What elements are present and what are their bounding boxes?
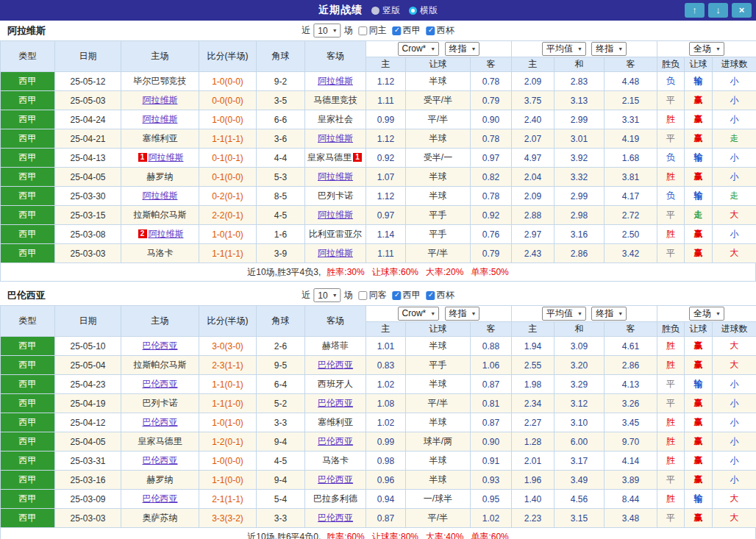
euro-home-odds-cell: 2.01 (512, 451, 554, 471)
away-team-cell: 皇家社会 (305, 110, 366, 129)
date-cell: 25-04-05 (55, 168, 121, 187)
focus-team-link[interactable]: 巴伦西亚 (318, 436, 353, 446)
outcome-cell: 负 (657, 187, 685, 206)
filter-bar: 近 10▼ 场 同客 西甲 西杯 (302, 288, 454, 302)
team-section-1: 阿拉维斯 近 10▼ 场 同主 西甲 西杯 类型 日期 主场 (0, 21, 756, 282)
focus-team-link[interactable]: 巴伦西亚 (143, 455, 178, 465)
col-euro-away: 客 (605, 57, 657, 72)
focus-team-link[interactable]: 阿拉维斯 (143, 190, 178, 201)
euro-draw-odds-cell: 2.86 (554, 244, 605, 263)
cup-checkbox[interactable]: 西杯 (427, 24, 454, 37)
focus-team-link[interactable]: 阿拉维斯 (149, 152, 184, 163)
home-team-cell: 赫罗纳 (121, 168, 199, 187)
asian-home-odds-cell: 1.07 (366, 168, 406, 187)
asian-home-odds-cell: 1.11 (366, 91, 406, 110)
score-cell: 2-3(1-1) (199, 356, 257, 375)
bookmaker-select[interactable]: Crow*▼ (398, 307, 440, 321)
same-venue-checkbox[interactable]: 同客 (359, 289, 387, 301)
euro-draw-odds-cell: 3.10 (554, 413, 605, 432)
vertical-layout-radio[interactable]: 竖版 (371, 4, 400, 17)
league-cell: 西甲 (1, 225, 55, 244)
match-row: 西甲 25-03-03 马洛卡 1-1(1-1) 3-9 阿拉维斯 1.11 平… (1, 244, 756, 263)
scope-select[interactable]: 全场▼ (689, 42, 724, 56)
handicap-result-cell: 赢 (685, 168, 713, 187)
team-name: 马洛卡 (322, 455, 349, 465)
focus-team-link[interactable]: 阿拉维斯 (143, 95, 178, 105)
asian-handicap-cell: 半球 (406, 451, 471, 471)
bookmaker-select[interactable]: Crow*▼ (398, 42, 440, 56)
focus-team-link[interactable]: 阿拉维斯 (149, 229, 184, 239)
euro-home-odds-cell: 2.88 (512, 206, 554, 225)
move-down-button[interactable]: ↓ (708, 3, 728, 18)
col-euro-draw: 和 (554, 322, 605, 337)
focus-team-link[interactable]: 巴伦西亚 (318, 474, 353, 485)
move-up-button[interactable]: ↑ (685, 3, 705, 18)
euro-avg-select[interactable]: 平均值▼ (542, 307, 586, 321)
euro-draw-odds-cell: 2.83 (554, 72, 605, 91)
goal-result-cell: 小 (713, 110, 756, 129)
cup-checkbox[interactable]: 西杯 (427, 289, 454, 301)
table-body: 西甲 25-05-12 毕尔巴鄂竞技 1-0(0-0) 9-2 阿拉维斯 1.1… (1, 72, 756, 263)
scope-select[interactable]: 全场▼ (689, 307, 724, 321)
focus-team-link[interactable]: 巴伦西亚 (318, 360, 353, 370)
home-team-cell: 1阿拉维斯 (121, 149, 199, 168)
checkbox-label: 西杯 (437, 289, 454, 301)
handicap-result-cell: 赢 (685, 129, 713, 149)
match-row: 西甲 25-05-10 巴伦西亚 3-0(3-0) 2-6 赫塔菲 1.01 半… (1, 337, 756, 356)
match-count-select[interactable]: 10▼ (313, 288, 340, 302)
col-outcome: 胜负 (657, 57, 685, 72)
match-row: 西甲 25-03-15 拉斯帕尔马斯 2-2(0-1) 4-5 阿拉维斯 0.9… (1, 206, 756, 225)
handicap-result-cell: 赢 (685, 432, 713, 451)
focus-team-link[interactable]: 阿拉维斯 (143, 114, 178, 124)
asian-home-odds-cell: 0.98 (366, 451, 406, 471)
date-cell: 25-04-21 (55, 129, 121, 149)
match-count-select[interactable]: 10▼ (313, 24, 340, 38)
date-cell: 25-04-23 (55, 375, 121, 394)
league-checkbox[interactable]: 西甲 (393, 24, 421, 37)
focus-team-link[interactable]: 巴伦西亚 (143, 379, 178, 389)
focus-team-link[interactable]: 阿拉维斯 (318, 248, 353, 258)
team-name: 皇家社会 (318, 114, 353, 124)
euro-away-odds-cell: 2.86 (605, 356, 657, 375)
focus-team-link[interactable]: 巴伦西亚 (143, 417, 178, 427)
corners-cell: 6-6 (257, 110, 305, 129)
date-cell: 25-03-31 (55, 451, 121, 471)
focus-team-link[interactable]: 阿拉维斯 (318, 171, 353, 182)
euro-draw-odds-cell: 3.92 (554, 149, 605, 168)
handicap-result-cell: 赢 (685, 91, 713, 110)
asian-mode-select[interactable]: 终指▼ (445, 307, 480, 321)
euro-avg-select[interactable]: 平均值▼ (542, 42, 586, 56)
euro-home-odds-cell: 2.07 (512, 129, 554, 149)
corners-cell: 5-2 (257, 394, 305, 413)
euro-draw-odds-cell: 3.12 (554, 394, 605, 413)
focus-team-link[interactable]: 阿拉维斯 (318, 76, 353, 86)
asian-mode-select[interactable]: 终指▼ (445, 42, 480, 56)
league-cell: 西甲 (1, 187, 55, 206)
horizontal-layout-radio[interactable]: 横版 (409, 4, 438, 17)
chevron-down-icon: ▼ (430, 311, 435, 316)
handicap-result-cell: 赢 (685, 110, 713, 129)
goal-result-cell: 小 (713, 225, 756, 244)
focus-team-link[interactable]: 巴伦西亚 (318, 398, 353, 408)
euro-avg-select-value: 平均值 (546, 43, 573, 55)
same-venue-checkbox[interactable]: 同主 (359, 24, 387, 37)
focus-team-link[interactable]: 巴伦西亚 (143, 340, 178, 351)
close-button[interactable]: × (732, 3, 752, 18)
date-cell: 25-05-12 (55, 72, 121, 91)
focus-team-link[interactable]: 阿拉维斯 (318, 133, 353, 143)
euro-home-odds-cell: 1.96 (512, 471, 554, 490)
league-cell: 西甲 (1, 375, 55, 394)
euro-draw-odds-cell: 6.00 (554, 432, 605, 451)
goal-result-cell: 小 (713, 375, 756, 394)
euro-mode-select[interactable]: 终指▼ (591, 42, 627, 56)
bookmaker-select-value: Crow* (402, 43, 427, 54)
focus-team-link[interactable]: 阿拉维斯 (318, 210, 353, 220)
league-checkbox[interactable]: 西甲 (393, 289, 421, 301)
away-team-cell: 巴伦西亚 (305, 432, 366, 451)
euro-away-odds-cell: 2.15 (605, 91, 657, 110)
euro-mode-select[interactable]: 终指▼ (591, 307, 627, 321)
focus-team-link[interactable]: 巴伦西亚 (143, 493, 178, 504)
outcome-cell: 胜 (657, 413, 685, 432)
focus-team-link[interactable]: 巴伦西亚 (318, 513, 353, 523)
score-cell: 0-0(0-0) (199, 91, 257, 110)
